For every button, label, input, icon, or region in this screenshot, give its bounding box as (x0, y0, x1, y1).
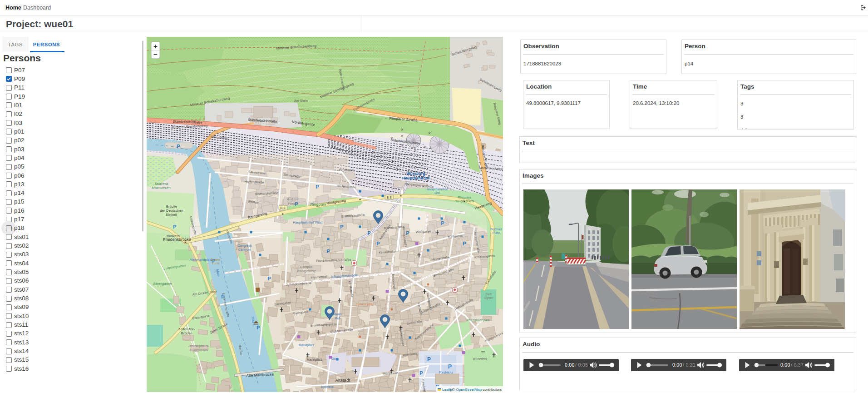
svg-text:Mainwiesen: Mainwiesen (152, 186, 171, 190)
svg-text:Altstadt: Altstadt (335, 378, 350, 383)
svg-text:Dicker: Dicker (211, 258, 221, 261)
svg-text:Hauptbahnhof: Hauptbahnhof (402, 176, 429, 180)
svg-text:Gymnasium: Gymnasium (190, 348, 207, 352)
svg-text:P: P (177, 144, 180, 149)
svg-text:Juliusspital: Juliusspital (355, 302, 373, 306)
svg-text:P: P (267, 276, 271, 281)
svg-text:/ 0:21: / 0:21 (683, 362, 695, 368)
svg-text:Röntgenring: Röntgenring (297, 269, 316, 273)
svg-text:Brücke: Brücke (181, 331, 192, 335)
svg-text:Deutschhaus-: Deutschhaus- (188, 344, 209, 348)
svg-text:Rathaus: Rathaus (321, 385, 334, 388)
svg-text:+: + (153, 42, 158, 50)
svg-text:Brücke: Brücke (166, 204, 178, 209)
svg-text:Congress: Congress (237, 244, 252, 248)
svg-text:B 8: B 8 (280, 206, 285, 209)
svg-text:Hauptbahnhof West: Hauptbahnhof West (293, 221, 322, 224)
svg-text:×: × (401, 143, 404, 148)
svg-text:0:00: 0:00 (565, 362, 575, 368)
svg-text:P: P (427, 356, 431, 363)
svg-text:Einheit: Einheit (166, 213, 178, 217)
svg-text:/ 0:05: / 0:05 (575, 362, 588, 368)
svg-text:P: P (256, 325, 260, 330)
svg-text:Berliner: Berliner (490, 228, 502, 231)
svg-text:Ringpark: Ringpark (458, 196, 471, 199)
svg-text:Sieb.: Sieb. (485, 293, 493, 296)
svg-text:Ringpark: Ringpark (310, 202, 326, 207)
svg-text:Würzburg: Würzburg (406, 171, 425, 176)
svg-text:P: P (376, 241, 380, 246)
svg-text:P: P (441, 220, 444, 226)
svg-text:Ost: Ost (434, 191, 440, 194)
svg-text:Rosenbachpark: Rosenbachpark (466, 318, 490, 322)
svg-text:×: × (401, 134, 404, 139)
svg-text:Bärengarten: Bärengarten (153, 282, 172, 286)
svg-text:Am Stein: Am Stein (294, 99, 308, 102)
svg-text:Ulmer: Ulmer (333, 313, 342, 316)
svg-text:Platz: Platz (493, 231, 500, 234)
svg-text:Marktplatz: Marktplatz (307, 358, 323, 362)
svg-text:Gymn.: Gymn. (484, 296, 493, 300)
svg-text:/ 0:37: / 0:37 (791, 362, 804, 368)
svg-text:0:00: 0:00 (672, 362, 682, 368)
svg-text:Talavera: Talavera (154, 182, 168, 186)
svg-text:Hof: Hof (335, 317, 340, 320)
svg-text:P: P (316, 184, 319, 189)
svg-text:P: P (367, 230, 370, 236)
svg-text:P: P (463, 241, 466, 246)
svg-text:×: × (401, 127, 404, 132)
svg-text:Außere: Außere (286, 197, 299, 201)
svg-text:×: × (428, 131, 431, 136)
svg-text:B 8: B 8 (386, 196, 391, 199)
svg-text:P: P (419, 370, 423, 376)
svg-text:der Deutschen: der Deutschen (160, 209, 183, 213)
svg-text:−: − (153, 50, 158, 58)
svg-text:Turm: Turm (212, 262, 220, 265)
svg-text:P: P (326, 249, 330, 254)
svg-text:††: †† (481, 350, 485, 354)
svg-text:0:00: 0:00 (780, 362, 790, 368)
svg-text:Marktplatz: Marktplatz (299, 343, 315, 347)
svg-text:Campus: Campus (300, 265, 313, 269)
svg-text:Pleich: Pleich (288, 202, 298, 206)
svg-text:| © OpenStreetMap contributors: | © OpenStreetMap contributors (450, 388, 502, 392)
svg-text:Posthalle: Posthalle (339, 168, 354, 172)
svg-text:Zeller-Tor-: Zeller-Tor- (178, 327, 195, 331)
svg-text:Hauptbahnhof: Hauptbahnhof (427, 188, 448, 191)
svg-text:Centrum: Centrum (238, 248, 251, 251)
svg-text:×: × (414, 147, 416, 152)
svg-text:P: P (340, 224, 343, 229)
svg-text:P: P (173, 224, 176, 229)
svg-text:Viehmarktplatz: Viehmarktplatz (190, 258, 212, 262)
svg-text:Dom: Dom (331, 357, 338, 360)
svg-text:P: P (448, 363, 452, 370)
svg-text:Residenz: Residenz (439, 371, 454, 374)
svg-text:Talavera: Talavera (166, 234, 180, 238)
